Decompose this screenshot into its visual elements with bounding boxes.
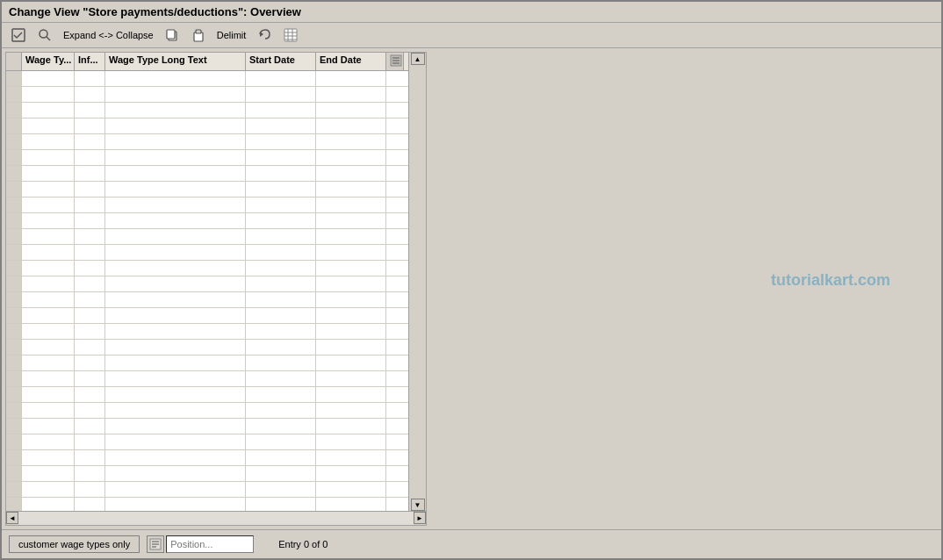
table-cell: [246, 87, 316, 102]
table-cell: [6, 245, 22, 260]
table-row[interactable]: [6, 166, 408, 182]
table-cell: [75, 182, 105, 197]
undo-button[interactable]: [253, 26, 276, 44]
delimit-button[interactable]: Delimit: [213, 28, 250, 42]
choose-icon: [11, 28, 26, 42]
table-cell: [105, 324, 246, 339]
scroll-up-btn[interactable]: ▲: [411, 53, 425, 65]
copy-button[interactable]: [161, 26, 184, 44]
expand-collapse-button[interactable]: Expand <-> Collapse: [60, 28, 157, 42]
table-cell: [6, 482, 22, 497]
svg-rect-4: [167, 30, 175, 39]
table-cell: [246, 371, 316, 386]
table-row[interactable]: [6, 403, 408, 419]
table-row[interactable]: [6, 355, 408, 371]
delimit-label: Delimit: [217, 30, 247, 40]
table-cell: [6, 292, 22, 307]
table-row[interactable]: [6, 71, 408, 87]
table-config-button[interactable]: [279, 26, 302, 44]
table-cell: [22, 434, 75, 449]
table-cell: [22, 419, 75, 434]
table-cell: [6, 197, 22, 212]
table-cell: [246, 340, 316, 355]
table-cell: [75, 403, 105, 418]
table-header: Wage Ty... Inf... Wage Type Long Text St…: [6, 53, 408, 71]
table-row[interactable]: [6, 324, 408, 340]
table-cell: [6, 134, 22, 149]
main-window: Change View "Store payments/deductions":…: [0, 0, 943, 560]
paste-icon: [191, 28, 206, 42]
table-row[interactable]: [6, 340, 408, 355]
table-cell: [75, 419, 105, 434]
table-row[interactable]: [6, 87, 408, 103]
table-cell: [75, 371, 105, 386]
table-row[interactable]: [6, 450, 408, 466]
table-row[interactable]: [6, 229, 408, 245]
table-cell: [316, 182, 386, 197]
table-cell: [246, 103, 316, 118]
table-cell: [22, 134, 75, 149]
paste-button[interactable]: [187, 26, 210, 44]
table-cell: [316, 134, 386, 149]
table-row[interactable]: [6, 434, 408, 450]
undo-icon: [256, 28, 272, 42]
find-button[interactable]: [33, 26, 56, 44]
table-row[interactable]: [6, 387, 408, 403]
table-cell: [6, 118, 22, 133]
scroll-right-btn[interactable]: ►: [414, 512, 426, 524]
table-cell: [75, 324, 105, 339]
table-row[interactable]: [6, 276, 408, 292]
table-cell: [75, 466, 105, 481]
svg-line-2: [47, 37, 50, 40]
position-input[interactable]: [166, 535, 254, 553]
table-row[interactable]: [6, 419, 408, 434]
table-cell: [6, 324, 22, 339]
table-cell: [6, 403, 22, 418]
table-row[interactable]: [6, 118, 408, 134]
table-cell: [246, 134, 316, 149]
table-cell: [22, 355, 75, 370]
table-row[interactable]: [6, 197, 408, 213]
table-cell: [105, 213, 246, 228]
table-row[interactable]: [6, 150, 408, 166]
table-row[interactable]: [6, 245, 408, 261]
table-row[interactable]: [6, 261, 408, 276]
table-row[interactable]: [6, 371, 408, 387]
table-row[interactable]: [6, 498, 408, 511]
table-row[interactable]: [6, 134, 408, 150]
table-cell: [22, 498, 75, 511]
table-cell: [105, 403, 246, 418]
table-cell: [6, 340, 22, 355]
table-cell: [105, 340, 246, 355]
table-row[interactable]: [6, 482, 408, 498]
table-cell: [105, 387, 246, 402]
table-cell: [246, 308, 316, 323]
table-row[interactable]: [6, 308, 408, 324]
position-icon[interactable]: [147, 535, 164, 553]
table-row[interactable]: [6, 103, 408, 118]
table-cell: [246, 324, 316, 339]
table-cell: [105, 419, 246, 434]
table-row[interactable]: [6, 292, 408, 308]
table-cell: [105, 197, 246, 212]
table-cell: [316, 150, 386, 165]
table-row[interactable]: [6, 466, 408, 482]
table-row[interactable]: [6, 213, 408, 229]
table-row[interactable]: [6, 182, 408, 197]
table-cell: [246, 355, 316, 370]
table-cell: [75, 434, 105, 449]
table-cell: [22, 466, 75, 481]
table-cell: [75, 213, 105, 228]
choose-button[interactable]: [7, 26, 30, 44]
scroll-left-btn[interactable]: ◄: [6, 512, 18, 524]
table-cell: [22, 324, 75, 339]
table-cell: [105, 434, 246, 449]
customer-wage-types-button[interactable]: customer wage types only: [9, 535, 140, 553]
scroll-down-btn[interactable]: ▼: [411, 499, 425, 511]
table-cell: [246, 213, 316, 228]
find-icon: [37, 28, 53, 42]
table-cell: [246, 450, 316, 465]
table-cell: [6, 213, 22, 228]
table-cell: [105, 118, 246, 133]
table-cell: [22, 245, 75, 260]
